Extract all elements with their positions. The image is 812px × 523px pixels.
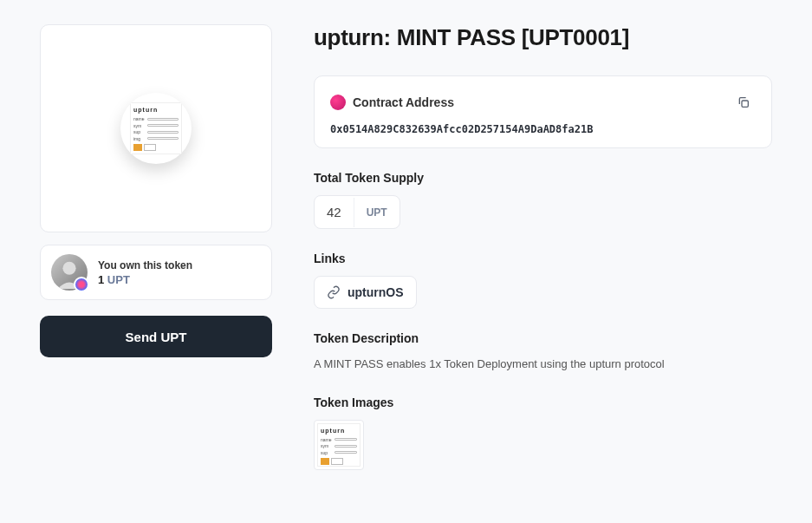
owner-avatar xyxy=(51,254,88,291)
ownership-amount-symbol: UPT xyxy=(107,273,130,286)
contract-icon xyxy=(330,95,346,110)
send-button[interactable]: Send UPT xyxy=(40,316,272,357)
links-label: Links xyxy=(314,252,772,265)
token-preview-image: upturn name sym sup img xyxy=(120,93,192,164)
links-section: Links upturnOS xyxy=(314,252,772,309)
link-item-label: upturnOS xyxy=(348,285,404,299)
contract-address-label: Contract Address xyxy=(353,95,454,109)
images-section: Token Images upturn name sym sup xyxy=(314,396,772,470)
contract-address-card: Contract Address 0x0514A829C832639Afcc02… xyxy=(314,75,772,148)
link-item[interactable]: upturnOS xyxy=(314,276,417,309)
token-image-thumbnail[interactable]: upturn name sym sup xyxy=(314,420,364,470)
contract-address-value: 0x0514A829C832639Afcc02D257154A9DaAD8fa2… xyxy=(330,123,756,135)
description-text: A MINT PASS enables 1x Token Deployment … xyxy=(314,356,772,373)
description-section: Token Description A MINT PASS enables 1x… xyxy=(314,331,772,373)
link-icon xyxy=(327,285,341,299)
supply-box: 42 UPT xyxy=(314,195,400,229)
ownership-label: You own this token xyxy=(98,259,192,271)
supply-label: Total Token Supply xyxy=(314,171,772,185)
supply-section: Total Token Supply 42 UPT xyxy=(314,171,772,229)
supply-symbol: UPT xyxy=(354,198,400,227)
token-preview-card: upturn name sym sup img xyxy=(40,24,272,232)
token-thumbnail: upturn name sym sup img xyxy=(130,102,182,154)
page-title: upturn: MINT PASS [UPT0001] xyxy=(314,24,772,51)
description-label: Token Description xyxy=(314,331,772,345)
ownership-card: You own this token 1 UPT xyxy=(40,245,272,300)
ownership-amount-value: 1 xyxy=(98,273,104,286)
svg-point-0 xyxy=(62,262,75,275)
copy-address-button[interactable] xyxy=(731,90,756,114)
avatar-badge-icon xyxy=(74,277,89,292)
ownership-amount: 1 UPT xyxy=(98,273,192,286)
images-label: Token Images xyxy=(314,396,772,409)
supply-value: 42 xyxy=(315,196,354,228)
svg-rect-1 xyxy=(742,101,748,107)
copy-icon xyxy=(737,95,750,109)
